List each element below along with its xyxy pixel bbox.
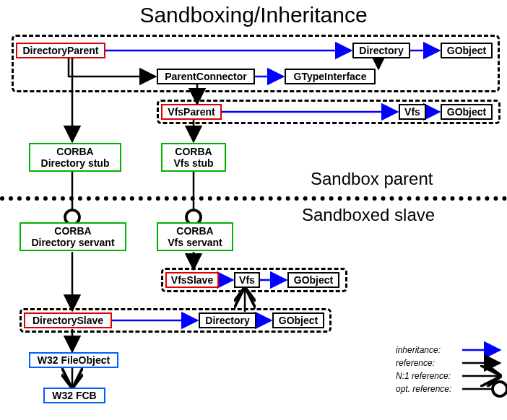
legend: inheritance: reference: N:1 reference: o…	[396, 344, 461, 395]
node-corba-vfs-servant: CORBA Vfs servant	[157, 222, 233, 251]
legend-optref: opt. reference:	[396, 384, 461, 394]
node-gobject-4: GObject	[272, 312, 324, 328]
label-sandbox-parent: Sandbox parent	[311, 169, 433, 189]
node-w32-fileobject: W32 FileObject	[29, 352, 118, 368]
node-directory-top: Directory	[352, 43, 410, 58]
node-directory-parent: DirectoryParent	[16, 43, 105, 58]
node-corba-dir-servant: CORBA Directory servant	[20, 222, 126, 251]
node-corba-vfs-stub: CORBA Vfs stub	[161, 143, 226, 172]
section-divider	[0, 196, 507, 201]
node-vfs-parent: VfsParent	[161, 104, 222, 120]
diagram-title: Sandboxing/Inheritance	[0, 3, 507, 27]
label-sandboxed-slave: Sandboxed slave	[302, 205, 435, 225]
node-gobject-2: GObject	[441, 104, 493, 120]
node-gobject-top: GObject	[441, 43, 493, 58]
node-vfs-2: Vfs	[234, 272, 260, 288]
node-directory-slave: DirectorySlave	[24, 312, 112, 328]
node-vfs-top: Vfs	[399, 104, 426, 120]
node-gobject-3: GObject	[287, 272, 339, 288]
legend-n1ref: N:1 reference:	[396, 371, 461, 381]
node-vfs-slave: VfsSlave	[165, 272, 219, 288]
legend-reference: reference:	[396, 358, 461, 368]
node-parent-connector: ParentConnector	[157, 69, 255, 84]
node-gtype-interface: GTypeInterface	[285, 69, 376, 84]
node-corba-dir-stub: CORBA Directory stub	[29, 143, 121, 172]
node-directory-2: Directory	[199, 312, 256, 328]
node-w32-fcb: W32 FCB	[43, 388, 105, 403]
legend-inheritance: inheritance:	[396, 345, 461, 355]
